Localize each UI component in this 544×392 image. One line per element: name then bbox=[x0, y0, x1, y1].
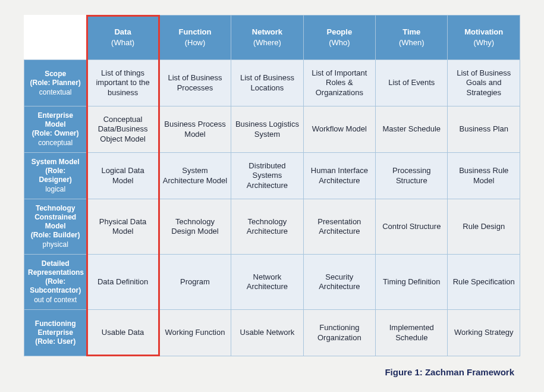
cell: Conceptual Data/Business Object Model bbox=[87, 106, 159, 153]
table-body: Scope(Role: Planner)contextualList of th… bbox=[24, 60, 520, 356]
col-sub: (How) bbox=[163, 38, 227, 48]
col-sub: (Who) bbox=[307, 38, 372, 48]
row-role: (Role: Subcontractor) bbox=[28, 277, 83, 295]
col-header-data: Data (What) bbox=[87, 15, 159, 60]
row-perspective: out of context bbox=[28, 296, 83, 305]
cell: Presentation Architecture bbox=[303, 199, 375, 255]
cell: Human Interface Architecture bbox=[303, 153, 375, 199]
cell: Network Architecture bbox=[231, 255, 303, 310]
cell: Usable Data bbox=[87, 310, 159, 356]
row-title: Detailed Representations bbox=[28, 259, 83, 277]
cell: List of Business Goals and Strategies bbox=[448, 60, 520, 106]
row-role: (Role: Planner) bbox=[28, 79, 83, 87]
cell: Data Definition bbox=[87, 255, 159, 310]
row-header: Enterprise Model(Role: Owner)conceptual bbox=[24, 106, 87, 153]
cell: List of Important Roles & Organizations bbox=[303, 60, 375, 106]
col-header-time: Time (When) bbox=[376, 15, 448, 60]
cell: Distributed Systems Architecture bbox=[231, 153, 303, 199]
cell: Logical Data Model bbox=[87, 153, 159, 199]
cell: List of Business Processes bbox=[159, 60, 231, 106]
row-header: Functioning Enterprise(Role: User) bbox=[24, 310, 87, 356]
row-role: (Role: Owner) bbox=[28, 129, 83, 138]
col-header-function: Function (How) bbox=[159, 15, 231, 60]
col-title: Motivation bbox=[451, 27, 516, 37]
col-sub: (Why) bbox=[451, 38, 516, 48]
cell: Working Strategy bbox=[448, 310, 520, 356]
cell: Business Logistics System bbox=[231, 106, 303, 153]
col-sub: (What) bbox=[90, 38, 155, 48]
table-row: Enterprise Model(Role: Owner)conceptualC… bbox=[24, 106, 520, 153]
cell: Working Function bbox=[159, 310, 231, 356]
row-role: (Role: Designer) bbox=[28, 167, 83, 184]
row-perspective: conceptual bbox=[28, 139, 83, 148]
col-title: People bbox=[307, 27, 372, 37]
table-row: Technology Constrained Model(Role: Build… bbox=[24, 199, 520, 255]
column-header-row: Data (What) Function (How) Network (Wher… bbox=[24, 15, 520, 60]
col-sub: (Where) bbox=[235, 38, 299, 48]
cell: Technology Design Model bbox=[159, 199, 231, 255]
col-sub: (When) bbox=[379, 38, 444, 48]
col-header-motivation: Motivation (Why) bbox=[448, 15, 520, 60]
row-role: (Role: Builder) bbox=[28, 231, 83, 240]
cell: Master Schedule bbox=[376, 106, 448, 153]
table-row: Functioning Enterprise(Role: User)Usable… bbox=[24, 310, 520, 356]
cell: Physical Data Model bbox=[87, 199, 159, 255]
cell: Program bbox=[159, 255, 231, 310]
col-title: Data bbox=[90, 27, 155, 37]
cell: Business Plan bbox=[448, 106, 520, 153]
cell: Workflow Model bbox=[303, 106, 375, 153]
row-header: Technology Constrained Model(Role: Build… bbox=[24, 199, 87, 255]
table-row: Detailed Representations(Role: Subcontra… bbox=[24, 255, 520, 310]
figure-caption: Figure 1: Zachman Framework bbox=[24, 367, 520, 377]
cell: Processing Structure bbox=[376, 153, 448, 199]
cell: System Architecture Model bbox=[159, 153, 231, 199]
row-header: System Model(Role: Designer)logical bbox=[24, 153, 87, 199]
cell: Functioning Organization bbox=[303, 310, 375, 356]
cell: Timing Definition bbox=[376, 255, 448, 310]
row-header: Scope(Role: Planner)contextual bbox=[24, 60, 87, 106]
col-header-people: People (Who) bbox=[303, 15, 375, 60]
zachman-table-wrap: Data (What) Function (How) Network (Wher… bbox=[24, 15, 520, 356]
row-header: Detailed Representations(Role: Subcontra… bbox=[24, 255, 87, 310]
col-header-network: Network (Where) bbox=[231, 15, 303, 60]
row-title: System Model bbox=[28, 158, 83, 167]
cell: Implemented Schedule bbox=[376, 310, 448, 356]
col-title: Time bbox=[379, 27, 444, 37]
cell: List of Events bbox=[376, 60, 448, 106]
row-role: (Role: User) bbox=[28, 337, 83, 346]
cell: Usable Network bbox=[231, 310, 303, 356]
cell: Technology Architecture bbox=[231, 199, 303, 255]
row-perspective: logical bbox=[28, 185, 83, 194]
col-title: Network bbox=[235, 27, 299, 37]
row-title: Enterprise Model bbox=[28, 111, 83, 129]
cell: List of Business Locations bbox=[231, 60, 303, 106]
cell: Security Architecture bbox=[303, 255, 375, 310]
row-title: Functioning Enterprise bbox=[28, 319, 83, 337]
corner-cell bbox=[24, 15, 87, 60]
cell: Business Process Model bbox=[159, 106, 231, 153]
col-title: Function bbox=[163, 27, 227, 37]
cell: Rule Specification bbox=[448, 255, 520, 310]
cell: Business Rule Model bbox=[448, 153, 520, 199]
table-row: Scope(Role: Planner)contextualList of th… bbox=[24, 60, 520, 106]
row-perspective: contextual bbox=[28, 88, 83, 97]
row-title: Technology Constrained Model bbox=[28, 204, 83, 231]
cell: Control Structure bbox=[376, 199, 448, 255]
row-perspective: physical bbox=[28, 240, 83, 249]
cell: Rule Design bbox=[448, 199, 520, 255]
table-row: System Model(Role: Designer)logicalLogic… bbox=[24, 153, 520, 199]
cell: List of things important to the business bbox=[87, 60, 159, 106]
row-title: Scope bbox=[28, 70, 83, 79]
zachman-framework-table: Data (What) Function (How) Network (Wher… bbox=[24, 15, 520, 356]
